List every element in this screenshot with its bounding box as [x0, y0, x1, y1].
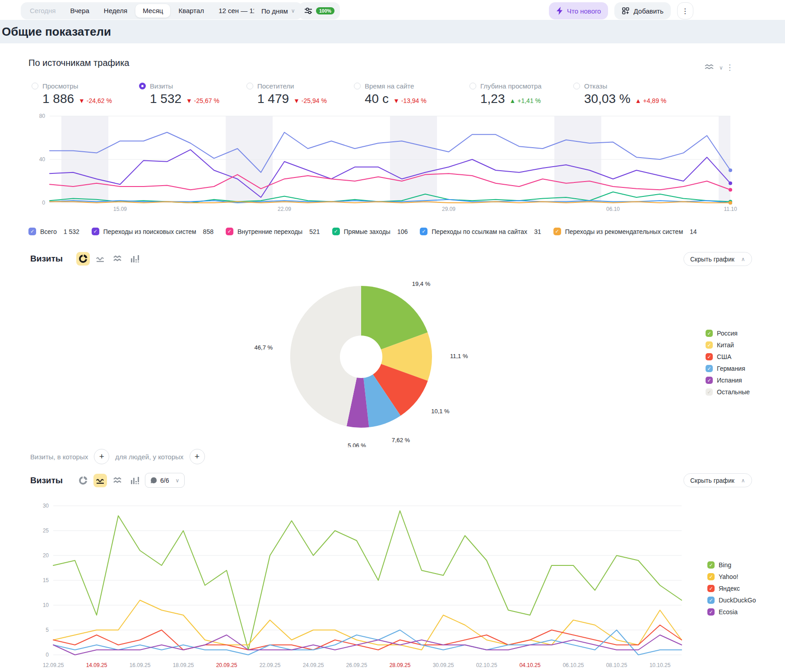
- period-tabs: Сегодня Вчера Неделя Месяц Квартал 12 се…: [21, 2, 284, 19]
- add-people-condition-button[interactable]: +: [190, 449, 205, 464]
- legend-value: 521: [309, 228, 320, 235]
- tab-yesterday[interactable]: Вчера: [63, 2, 97, 19]
- svg-text:08.10.25: 08.10.25: [606, 662, 627, 668]
- section-kebab-button[interactable]: ⋮: [726, 63, 734, 72]
- tab-today[interactable]: Сегодня: [23, 2, 63, 19]
- svg-text:10: 10: [43, 602, 49, 608]
- checkbox-icon: ✓: [226, 228, 233, 235]
- chart-type-area-button[interactable]: [111, 252, 124, 266]
- svg-text:12.09.25: 12.09.25: [43, 662, 64, 668]
- tab-quarter[interactable]: Квартал: [171, 2, 211, 19]
- svg-text:7,62 %: 7,62 %: [392, 437, 410, 443]
- svg-text:10.10.25: 10.10.25: [650, 662, 671, 668]
- checkbox-icon: ✓: [706, 341, 713, 349]
- svg-text:20: 20: [43, 552, 49, 559]
- metric-value: 1 886: [42, 92, 74, 106]
- granularity-dropdown[interactable]: По дням∨: [254, 2, 302, 19]
- metric-delta: ▲ +1,41 %: [510, 97, 541, 104]
- hide-chart-button-pie[interactable]: Скрыть график∧: [683, 252, 752, 266]
- legend-label: Bing: [719, 561, 731, 569]
- checkbox-icon: ✓: [706, 377, 713, 384]
- metric-radio[interactable]: [354, 83, 361, 89]
- svg-text:30: 30: [43, 503, 49, 509]
- metric-radio[interactable]: [469, 83, 476, 89]
- metric-visits: Визиты 1 532▼ -25,67 %: [139, 82, 219, 106]
- more-menu-button[interactable]: ⋮: [677, 2, 693, 19]
- chevron-down-icon: ∨: [719, 65, 723, 71]
- add-visit-condition-button[interactable]: +: [94, 449, 109, 464]
- checkbox-icon: ✓: [707, 573, 715, 580]
- svg-text:22.09.25: 22.09.25: [260, 662, 281, 668]
- page-title: Общие показатели: [0, 20, 785, 43]
- metric-depth: Глубина просмотра 1,23▲ +1,41 %: [469, 82, 542, 106]
- svg-text:19,4 %: 19,4 %: [412, 280, 431, 287]
- legend-item-yahoo[interactable]: ✓Yahoo!: [707, 573, 756, 580]
- chart-type-columns-button[interactable]: [128, 474, 141, 487]
- svg-text:5: 5: [46, 627, 49, 633]
- legend-item-duckduckgo[interactable]: ✓DuckDuckGo: [707, 597, 756, 604]
- legend-value: 31: [534, 228, 541, 235]
- metric-value: 1 532: [150, 92, 181, 106]
- legend-item-ecosia[interactable]: ✓Ecosia: [707, 608, 756, 616]
- checkbox-icon: ✓: [706, 365, 713, 372]
- sampling-control[interactable]: 100%: [298, 2, 340, 19]
- metric-radio[interactable]: [246, 83, 253, 89]
- rows-count-dropdown[interactable]: 6/6 ∨: [145, 473, 185, 488]
- traffic-sources-line-chart: 0408015.0922.0929.0906.1011.10: [18, 111, 767, 214]
- checkbox-icon: ✓: [553, 228, 561, 235]
- chart-display-settings-button[interactable]: ∨: [704, 64, 723, 72]
- hide-chart-button-lines[interactable]: Скрыть график∧: [683, 473, 752, 487]
- svg-text:0: 0: [42, 200, 45, 206]
- metric-radio[interactable]: [573, 83, 580, 89]
- legend-item-usa[interactable]: ✓США: [706, 353, 750, 360]
- legend-item-direct[interactable]: ✓Прямые заходы106: [332, 228, 408, 235]
- metric-radio[interactable]: [32, 83, 38, 89]
- chevron-up-icon: ∧: [741, 256, 745, 262]
- chart-type-line-button[interactable]: [93, 474, 107, 487]
- chart-type-line-button[interactable]: [93, 252, 107, 266]
- visits-lines-header: Визиты 6/6 ∨: [30, 473, 185, 488]
- metric-radio-selected[interactable]: [139, 83, 146, 89]
- chart-type-pie-button[interactable]: [76, 474, 90, 487]
- legend-item-germany[interactable]: ✓Германия: [706, 365, 750, 372]
- checkbox-icon: ✓: [707, 585, 715, 592]
- legend-value: 858: [203, 228, 214, 235]
- tab-week[interactable]: Неделя: [97, 2, 135, 19]
- people-condition-label: для людей, у которых: [115, 453, 183, 461]
- sliders-icon: [304, 6, 313, 15]
- legend-item-spain[interactable]: ✓Испания: [706, 377, 750, 384]
- chart-type-columns-button[interactable]: [128, 252, 141, 266]
- metric-value: 40 с: [365, 92, 389, 106]
- checkbox-icon: ✓: [706, 330, 713, 337]
- toolbar-actions: Что нового Добавить ⋮: [549, 2, 693, 19]
- tab-month[interactable]: Месяц: [135, 4, 170, 18]
- add-widget-button[interactable]: Добавить: [614, 2, 670, 19]
- metric-delta: ▼ -25,67 %: [186, 97, 219, 104]
- legend-label: Испания: [717, 377, 742, 384]
- legend-item-internal[interactable]: ✓Внутренние переходы521: [226, 228, 320, 235]
- checkbox-icon: ✓: [28, 228, 36, 235]
- metric-bounce-rate: Отказы 30,03 %▲ +4,89 %: [573, 82, 666, 106]
- whats-new-button[interactable]: Что нового: [549, 2, 608, 19]
- sampling-badge: 100%: [316, 7, 334, 14]
- legend-item-bing[interactable]: ✓Bing: [707, 561, 756, 569]
- rows-count-label: 6/6: [160, 477, 169, 484]
- chart-type-pie-button[interactable]: [76, 252, 90, 266]
- chart-type-area-button[interactable]: [111, 474, 124, 487]
- metric-label: Посетители: [257, 82, 294, 90]
- svg-text:14.09.25: 14.09.25: [86, 662, 107, 668]
- checkbox-icon: ✓: [420, 228, 427, 235]
- checkbox-icon: ✓: [332, 228, 340, 235]
- hide-chart-label: Скрыть график: [690, 477, 734, 484]
- legend-item-total[interactable]: ✓Всего1 532: [28, 228, 79, 235]
- legend-item-others[interactable]: ✓Остальные: [706, 388, 750, 396]
- legend-item-recommendations[interactable]: ✓Переходы из рекомендательных систем14: [553, 228, 697, 235]
- legend-item-site-links[interactable]: ✓Переходы по ссылкам на сайтах31: [420, 228, 541, 235]
- legend-item-yandex[interactable]: ✓Яндекс: [707, 585, 756, 592]
- legend-item-china[interactable]: ✓Китай: [706, 341, 750, 349]
- checkbox-icon: ✓: [707, 561, 715, 569]
- svg-text:15.09: 15.09: [113, 206, 127, 212]
- metric-delta: ▼ -25,94 %: [293, 97, 327, 104]
- legend-item-russia[interactable]: ✓Россия: [706, 330, 750, 337]
- legend-item-search[interactable]: ✓Переходы из поисковых систем858: [92, 228, 214, 235]
